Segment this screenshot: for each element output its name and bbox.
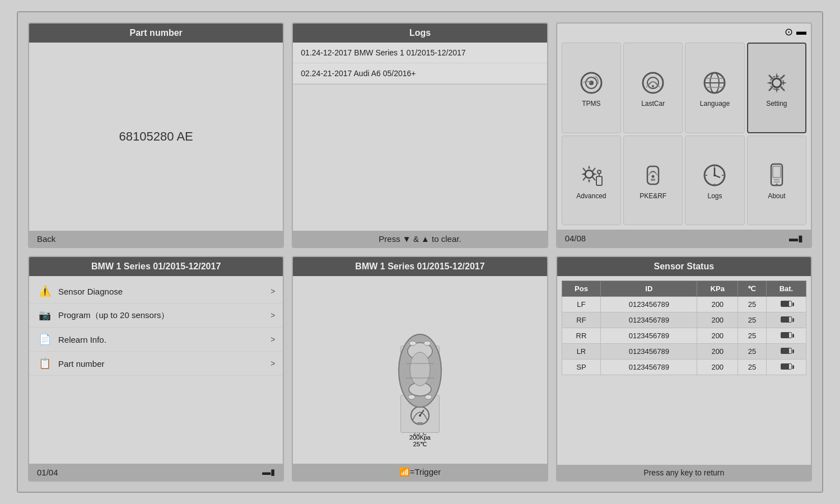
logs-icon (700, 161, 729, 190)
menu-item-advanced[interactable]: Advanced (562, 136, 621, 225)
col-pos: Pos (562, 281, 601, 297)
sensor-table-row: SP 0123456789 200 25 (562, 360, 806, 375)
logs-empty-area (293, 85, 547, 231)
svg-point-3 (643, 73, 663, 93)
outer-wrapper: Part number 68105280 AE Back Logs 01.24-… (17, 11, 823, 493)
lastcar-label: LastCar (641, 100, 665, 108)
part-number-menu-text: Part number (58, 359, 270, 368)
cell-kpa: 200 (697, 297, 738, 312)
cell-pos: SP (562, 360, 601, 375)
col-kpa: KPa (697, 281, 738, 297)
battery-icon (781, 332, 792, 338)
svg-point-32 (776, 184, 777, 185)
screen-grid: Part number 68105280 AE Back Logs 01.24-… (28, 22, 812, 482)
cell-pos: LF (562, 297, 601, 312)
menu-top-icons: ⊙ ▬ (557, 24, 811, 38)
sensor-diagnose-icon: ⚠️ (37, 285, 53, 297)
cell-temp: 25 (738, 360, 767, 375)
bmw-menu-item-0[interactable]: ⚠️ Sensor Diagnose > (29, 279, 283, 304)
svg-point-11 (772, 78, 781, 87)
menu-item-logs[interactable]: Logs (685, 136, 744, 225)
cell-temp: 25 (738, 297, 767, 312)
sensor-view-body: ▬✓ 200Kpa 25℃ (293, 276, 547, 464)
part-number-icon: 📋 (37, 357, 53, 370)
car-image (384, 323, 456, 413)
relearn-arrow: > (270, 335, 275, 344)
tpms-icon (577, 68, 606, 97)
svg-rect-59 (417, 422, 423, 425)
svg-rect-29 (773, 166, 781, 178)
menu-grid: TPMS LastCar (557, 38, 811, 230)
screen-main-menu: ⊙ ▬ TPMS (556, 22, 812, 248)
sensor-view-title: BMW 1 Series 01/2015-12/2017 (293, 257, 547, 276)
cell-kpa: 200 (697, 328, 738, 344)
battery-icon (781, 348, 792, 354)
sensor-view-footer-text: 📶=Trigger (301, 467, 539, 477)
pkrf-icon (638, 161, 668, 190)
svg-point-44 (424, 341, 431, 346)
part-number-arrow: > (270, 359, 275, 368)
col-bat: Bat. (766, 281, 806, 297)
logs-footer-text: Press ▼ & ▲ to clear. (301, 234, 539, 244)
setting-icon (762, 68, 791, 97)
menu-item-about[interactable]: About (747, 136, 806, 225)
menu-item-pkrf[interactable]: PKE&RF (623, 136, 683, 225)
sensor-diagnose-text: Sensor Diagnose (58, 287, 270, 296)
svg-point-18 (652, 175, 655, 178)
cell-kpa: 200 (697, 344, 738, 360)
bmw-menu-item-3[interactable]: 📋 Part number > (29, 352, 283, 376)
tire-rr-temp: 25℃ (413, 441, 427, 448)
part-number-value: 68105280 AE (29, 43, 283, 231)
advanced-label: Advanced (576, 192, 606, 200)
cell-id: 0123456789 (601, 328, 697, 344)
program-text: Program（up to 20 sensors） (58, 310, 270, 321)
cell-pos: RR (562, 328, 601, 344)
screen-part-number: Part number 68105280 AE Back (28, 22, 284, 248)
svg-point-23 (713, 174, 716, 176)
part-number-footer: Back (29, 231, 283, 247)
col-id: ID (601, 281, 697, 297)
sensor-status-footer-text: Press any key to return (643, 468, 724, 477)
svg-point-46 (425, 395, 432, 399)
cell-bat (766, 328, 806, 344)
cell-bat (766, 297, 806, 312)
bmw-menu-list: ⚠️ Sensor Diagnose > 📷 Program（up to 20 … (29, 276, 283, 464)
logs-title: Logs (293, 24, 547, 43)
program-icon: 📷 (37, 309, 53, 321)
log-entry-1[interactable]: 01.24-12-2017 BMW Series 1 01/2015-12/20… (293, 43, 547, 63)
svg-point-43 (409, 341, 416, 346)
cell-bat (766, 360, 806, 375)
menu-item-tpms[interactable]: TPMS (562, 43, 621, 133)
cell-bat (766, 312, 806, 328)
svg-rect-14 (596, 176, 602, 185)
sensor-table-row: RR 0123456789 200 25 (562, 328, 806, 344)
logs-list: 01.24-12-2017 BMW Series 1 01/2015-12/20… (293, 43, 547, 85)
screen-bmw-menu: BMW 1 Series 01/2015-12/2017 ⚠️ Sensor D… (28, 256, 284, 482)
svg-point-45 (408, 395, 415, 399)
menu-item-language[interactable]: Language (685, 43, 744, 133)
part-number-title: Part number (29, 24, 283, 43)
svg-point-13 (585, 170, 593, 178)
sensor-table: Pos ID KPa ℃ Bat. LF 0123456789 200 25 R… (562, 281, 806, 375)
sensor-table-header: Pos ID KPa ℃ Bat. (562, 281, 806, 297)
menu-item-lastcar[interactable]: LastCar (623, 43, 683, 133)
back-button[interactable]: Back (37, 234, 55, 244)
bmw-menu-page: 01/04 (37, 468, 58, 477)
svg-point-5 (652, 85, 654, 87)
bmw-menu-item-2[interactable]: 📄 Relearn Info. > (29, 328, 283, 352)
advanced-icon (577, 161, 606, 190)
battery-icon (781, 316, 792, 323)
screen-logs: Logs 01.24-12-2017 BMW Series 1 01/2015-… (292, 22, 548, 248)
cell-bat (766, 344, 806, 360)
language-icon (700, 68, 729, 97)
main-menu-footer: 04/08 ▬▮ (557, 230, 811, 247)
bmw-menu-item-1[interactable]: 📷 Program（up to 20 sensors） > (29, 304, 283, 328)
menu-item-setting[interactable]: Setting (747, 43, 806, 133)
log-entry-2[interactable]: 02.24-21-2017 Audi A6 05/2016+ (293, 63, 547, 84)
cell-id: 0123456789 (601, 312, 697, 328)
sensor-diagnose-arrow: > (270, 287, 275, 296)
logs-label: Logs (707, 192, 722, 200)
sensor-table-row: LF 0123456789 200 25 (562, 297, 806, 312)
cell-id: 0123456789 (601, 297, 697, 312)
screen-sensor-view: BMW 1 Series 01/2015-12/2017 ▬✓ (292, 256, 548, 482)
